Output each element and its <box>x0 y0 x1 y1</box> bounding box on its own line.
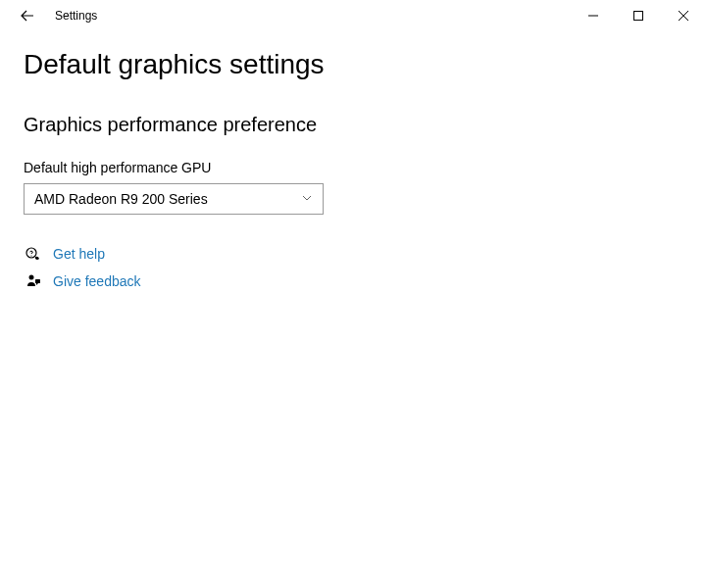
svg-rect-0 <box>634 12 643 21</box>
content-area: Default graphics settings Graphics perfo… <box>0 31 706 289</box>
arrow-left-icon <box>20 8 35 24</box>
maximize-button[interactable] <box>616 0 661 31</box>
window-title: Settings <box>55 9 97 23</box>
back-button[interactable] <box>12 0 43 31</box>
minimize-icon <box>588 11 598 21</box>
maximize-icon <box>633 11 643 21</box>
gpu-dropdown[interactable]: AMD Radeon R9 200 Series <box>24 183 324 215</box>
give-feedback-row: Give feedback <box>24 273 682 289</box>
titlebar: Settings <box>0 0 706 31</box>
get-help-link[interactable]: Get help <box>53 246 105 262</box>
page-title: Default graphics settings <box>24 49 682 80</box>
help-icon <box>24 246 43 262</box>
minimize-button[interactable] <box>571 0 616 31</box>
give-feedback-link[interactable]: Give feedback <box>53 273 141 289</box>
svg-point-2 <box>30 255 31 256</box>
section-title: Graphics performance preference <box>24 114 682 136</box>
feedback-icon <box>24 273 43 289</box>
svg-point-3 <box>29 275 34 280</box>
close-icon <box>679 11 688 21</box>
close-button[interactable] <box>661 0 706 31</box>
svg-rect-4 <box>35 279 40 283</box>
get-help-row: Get help <box>24 246 682 262</box>
gpu-dropdown-value: AMD Radeon R9 200 Series <box>34 191 208 207</box>
window-controls <box>571 0 706 31</box>
chevron-down-icon <box>301 190 313 208</box>
gpu-field-label: Default high performance GPU <box>24 160 682 175</box>
